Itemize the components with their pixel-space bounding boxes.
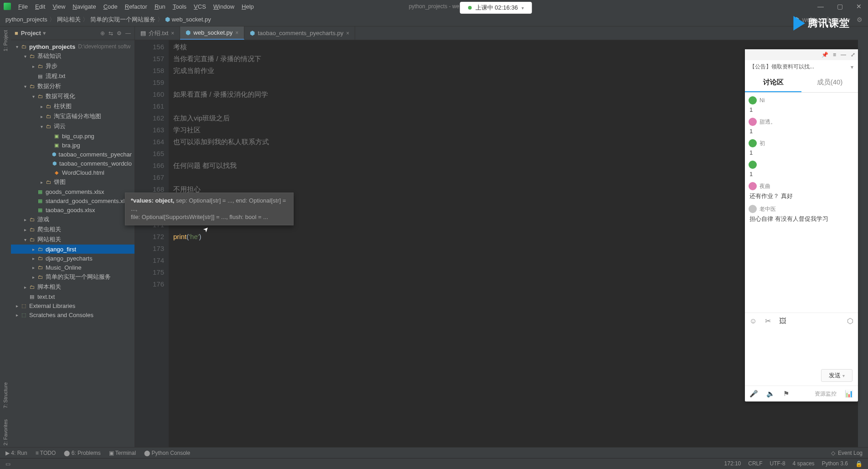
tool-todo[interactable]: ≡ TODO (36, 450, 56, 456)
tree-external[interactable]: ▸⬚External Libraries (11, 301, 134, 310)
tree-item[interactable]: ▸🗀异步 (11, 61, 134, 71)
locate-icon[interactable]: ⊕ (100, 30, 105, 36)
chat-message: 初1 (749, 139, 854, 156)
tree-item[interactable]: ▾🗀网站相关 (11, 234, 134, 245)
cursor-position[interactable]: 172:10 (724, 460, 741, 467)
menu-vcs[interactable]: VCS (190, 1, 210, 12)
menu-file[interactable]: File (15, 1, 31, 12)
avatar (749, 139, 757, 147)
tree-root[interactable]: ▾🗀python_projectsD:\development softw (11, 42, 134, 51)
emoji-icon[interactable]: ☺ (749, 317, 757, 325)
tree-item[interactable]: ▸🗀淘宝店铺分布地图 (11, 111, 134, 121)
chat-input[interactable] (745, 329, 858, 365)
chat-tab-members[interactable]: 成员(40) (801, 73, 858, 92)
editor-tab[interactable]: ▤介绍.txt× (135, 26, 180, 40)
close-button[interactable]: ✕ (853, 1, 864, 12)
tree-item[interactable]: ◆WordCloud.html (11, 168, 134, 177)
line-separator[interactable]: CRLF (748, 460, 762, 467)
menu-run[interactable]: Run (151, 1, 169, 12)
file-encoding[interactable]: UTF-8 (770, 460, 785, 467)
breadcrumb-item[interactable]: 简单的实现一个网站服务 (90, 16, 155, 24)
sidebar-tab-project[interactable]: 1: Project (3, 28, 8, 53)
tree-item[interactable]: ⬢taobao_comments_pyechar (11, 150, 134, 159)
menu-edit[interactable]: Edit (31, 1, 49, 12)
tool-run[interactable]: ▶ 4: Run (5, 450, 27, 456)
tool-problems[interactable]: ⬤ 6: Problems (64, 450, 100, 456)
status-bar: ▭ 172:10 CRLF UTF-8 4 spaces Python 3.6 … (0, 458, 868, 469)
pin-icon[interactable]: 📌 (822, 52, 828, 58)
menu-window[interactable]: Window (210, 1, 238, 12)
tree-scratches[interactable]: ▸⬚Scratches and Consoles (11, 310, 134, 319)
flag-icon[interactable]: ⚑ (783, 390, 789, 398)
tree-item[interactable]: ▸🗀django_pyecharts (11, 254, 134, 263)
menu-tools[interactable]: Tools (169, 1, 190, 12)
tree-item[interactable]: ▦taobao_goods.xlsx (11, 205, 134, 214)
menu-icon[interactable]: ≡ (833, 52, 836, 58)
mic-icon[interactable]: 🎤 (749, 390, 758, 398)
tree-item[interactable]: ▸🗀游戏 (11, 214, 134, 224)
project-tree[interactable]: ▾🗀python_projectsD:\development softw▾🗀基… (11, 40, 134, 447)
tree-item[interactable]: ▾🗀数据可视化 (11, 91, 134, 101)
image-icon[interactable]: 🖼 (779, 317, 786, 325)
breadcrumb-separator: 〉 (157, 16, 163, 24)
gear-icon[interactable]: ⬡ (847, 317, 853, 325)
tree-item[interactable]: ▦goods_comments.xlsx (11, 187, 134, 196)
tree-item[interactable]: ▸🗀Music_Online (11, 263, 134, 272)
minimize-button[interactable]: — (815, 1, 826, 12)
chat-tab-discuss[interactable]: 讨论区 (745, 73, 801, 92)
speaker-icon[interactable]: 🔈 (766, 390, 775, 398)
chart-icon[interactable]: 📊 (845, 390, 853, 398)
tree-item[interactable]: ▸🗀简单的实现一个网站服务 (11, 272, 134, 282)
tree-item[interactable]: ▣bra.jpg (11, 141, 134, 150)
collapse-icon[interactable]: — (125, 30, 131, 36)
menu-navigate[interactable]: Navigate (69, 1, 99, 12)
tree-item[interactable]: ▾🗀数据分析 (11, 81, 134, 91)
resource-monitor[interactable]: 资源监控 (815, 390, 837, 398)
chevron-down-icon[interactable]: ▾ (43, 30, 46, 36)
menu-refactor[interactable]: Refactor (121, 1, 151, 12)
tree-item[interactable]: ▸🗀爬虫相关 (11, 224, 134, 234)
expand-icon[interactable]: ⇆ (108, 30, 113, 36)
tree-item[interactable]: ▸🗀柱状图 (11, 101, 134, 111)
minimize-chat-icon[interactable]: — (841, 52, 846, 58)
menu-code[interactable]: Code (100, 1, 121, 12)
scissors-icon[interactable]: ✂ (765, 317, 771, 325)
gear-icon[interactable]: ⚙ (117, 30, 122, 36)
close-icon[interactable]: × (346, 30, 349, 36)
breadcrumb-item[interactable]: ⬢web_socket.py (165, 16, 211, 23)
sidebar-tab-favorites[interactable]: 2: Favorites (3, 417, 8, 447)
indent-setting[interactable]: 4 spaces (793, 460, 815, 467)
chat-notice[interactable]: 【公告】领取资料可以找... ▾ (745, 60, 858, 73)
tree-item[interactable]: ⬢taobao_comments_wordclo (11, 159, 134, 168)
tree-item[interactable]: ▾🗀基础知识 (11, 51, 134, 61)
tool-terminal[interactable]: ▣ Terminal (109, 450, 136, 456)
tree-item[interactable]: ▤text.txt (11, 292, 134, 301)
tree-item[interactable]: ▸🗀django_first (11, 245, 134, 254)
tool-event-log[interactable]: ◇ Event Log (831, 450, 863, 456)
avatar (749, 161, 757, 169)
menu-view[interactable]: View (49, 1, 69, 12)
editor-tab[interactable]: ⬢taobao_comments_pyecharts.py× (244, 26, 355, 40)
menu-help[interactable]: Help (238, 1, 258, 12)
class-status-pill[interactable]: 上课中 02:16:36 ▾ (460, 2, 532, 14)
chat-message-list[interactable]: Ni1甜透。1初11夜曲还有作业？ 真好老中医担心自律 有没有人督促我学习 (745, 93, 858, 313)
tree-item[interactable]: ▸🗀饼图 (11, 177, 134, 187)
send-button[interactable]: 发送 ▾ (821, 369, 852, 382)
tool-python-console[interactable]: ⬤ Python Console (144, 450, 190, 456)
tree-item[interactable]: ▾🗀词云 (11, 121, 134, 131)
close-icon[interactable]: × (171, 30, 174, 36)
breadcrumb-item[interactable]: python_projects (5, 16, 47, 23)
class-status-text: 上课中 02:16:36 (475, 4, 518, 12)
close-icon[interactable]: × (235, 30, 238, 36)
lock-icon[interactable]: 🔒 (855, 460, 863, 467)
breadcrumb-item[interactable]: 网站相关 (57, 16, 81, 24)
editor-tab[interactable]: ⬢web_socket.py× (180, 26, 244, 40)
close-chat-icon[interactable]: ⤢ (851, 52, 855, 58)
tree-item[interactable]: ▦standard_goods_comments.xls (11, 196, 134, 205)
tree-item[interactable]: ▣big_cup.png (11, 131, 134, 141)
maximize-button[interactable]: ▢ (834, 1, 845, 12)
python-interpreter[interactable]: Python 3.6 (822, 460, 848, 467)
sidebar-tab-structure[interactable]: 7: Structure (3, 380, 8, 410)
tree-item[interactable]: ▸🗀脚本相关 (11, 282, 134, 292)
tree-item[interactable]: ▤流程.txt (11, 71, 134, 81)
